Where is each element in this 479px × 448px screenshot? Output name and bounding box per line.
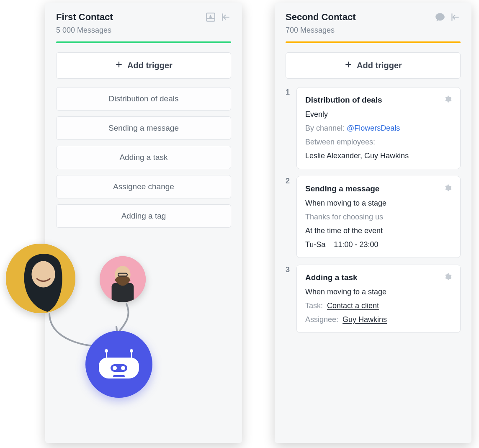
panel-title: First Contact (56, 12, 113, 23)
add-trigger-label: Add trigger (127, 61, 173, 70)
card-line-evenly: Evenly (305, 110, 452, 119)
step-number: 3 (286, 265, 292, 333)
panel-header: Second Contact 700 Messages (286, 12, 461, 35)
step-row: 2 Sending a message When moving to a sta… (286, 176, 461, 258)
inbox-download-icon[interactable] (205, 12, 216, 24)
card-line-schedule: Tu-Sa 11:00 - 23:00 (305, 240, 452, 249)
header-icons (205, 12, 231, 24)
card-line-when: When moving to a stage (305, 288, 452, 296)
step-number: 2 (286, 176, 292, 258)
plus-icon (344, 60, 353, 71)
channel-link[interactable]: @FlowersDeals (347, 124, 400, 132)
task-label: Task: (305, 301, 323, 310)
assignee-label: Assignee: (305, 315, 338, 324)
step-number: 1 (286, 87, 292, 169)
gear-icon[interactable] (443, 184, 452, 194)
add-trigger-button[interactable]: Add trigger (56, 52, 231, 79)
between-employees-value: Leslie Alexander, Guy Hawkins (305, 152, 452, 160)
assignee-value[interactable]: Guy Hawkins (343, 315, 387, 324)
option-assignee-change[interactable]: Assignee change (56, 175, 231, 198)
option-adding-a-tag[interactable]: Adding a tag (56, 204, 231, 228)
panel-title: Second Contact (286, 12, 355, 23)
by-channel-label: By channel: (305, 124, 347, 132)
step-row: 1 Distribution of deals Evenly By channe… (286, 87, 461, 169)
card-line-assignee: Assignee: Guy Hawkins (305, 315, 452, 324)
add-trigger-label: Add trigger (357, 61, 402, 70)
accent-stripe (286, 41, 461, 43)
header-titles: First Contact 5 000 Messages (56, 12, 113, 35)
card-header: Distribution of deals (305, 95, 452, 105)
panel-first-contact: First Contact 5 000 Messages Add trigger (45, 3, 242, 443)
card-title: Adding a task (305, 273, 358, 282)
card-adding-a-task[interactable]: Adding a task When moving to a stage Tas… (296, 265, 461, 333)
option-adding-a-task[interactable]: Adding a task (56, 146, 231, 169)
card-line-task: Task: Contact a client (305, 301, 452, 310)
steps-list: 1 Distribution of deals Evenly By channe… (286, 87, 461, 333)
card-distribution-of-deals[interactable]: Distribution of deals Evenly By channel:… (296, 87, 461, 169)
panel-subtitle: 700 Messages (286, 26, 355, 35)
card-title: Distribution of deals (305, 95, 382, 105)
collapse-left-icon[interactable] (220, 12, 231, 24)
task-value[interactable]: Contact a client (327, 301, 379, 310)
add-trigger-button[interactable]: Add trigger (286, 52, 461, 79)
panel-second-contact: Second Contact 700 Messages Add trigger (275, 3, 471, 443)
option-distribution-of-deals[interactable]: Distribution of deals (56, 87, 231, 111)
accent-stripe (56, 41, 231, 43)
card-line-at-time: At the time of the event (305, 227, 452, 235)
card-sending-a-message[interactable]: Sending a message When moving to a stage… (296, 176, 461, 258)
panel-header: First Contact 5 000 Messages (56, 12, 231, 35)
collapse-left-icon[interactable] (450, 12, 461, 24)
step-row: 3 Adding a task When moving to a stage T… (286, 265, 461, 333)
between-employees-label: Between employees: (305, 138, 452, 147)
gear-icon[interactable] (443, 273, 452, 283)
card-line-template: Thanks for choosing us (305, 213, 452, 221)
card-header: Adding a task (305, 273, 452, 283)
header-titles: Second Contact 700 Messages (286, 12, 355, 35)
chat-bubble-icon[interactable] (435, 12, 446, 24)
gear-icon[interactable] (443, 95, 452, 105)
header-icons (435, 12, 461, 24)
card-title: Sending a message (305, 184, 379, 193)
card-line-when: When moving to a stage (305, 199, 452, 208)
option-sending-a-message[interactable]: Sending a message (56, 116, 231, 140)
plus-icon (115, 60, 123, 71)
card-line-by-channel: By channel: @FlowersDeals (305, 124, 452, 133)
panel-subtitle: 5 000 Messages (56, 26, 113, 35)
card-header: Sending a message (305, 184, 452, 194)
